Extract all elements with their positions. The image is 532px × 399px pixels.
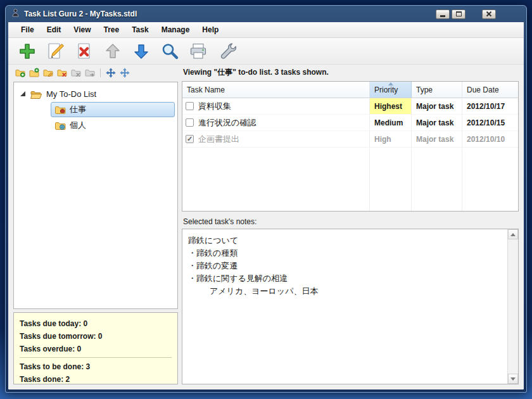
task-name: 企画書提出 [198,134,239,145]
stat-done: Tasks done: 2 [20,373,172,386]
stats-separator [20,357,172,358]
task-type: Major task [416,118,453,127]
tree-item-personal[interactable]: 個人 [51,118,175,133]
stat-due-tomorrow: Tasks due tomorrow: 0 [20,330,172,343]
add-sublist-icon [29,68,39,78]
scroll-up-button[interactable] [508,229,518,239]
menu-help[interactable]: Help [196,23,225,37]
column-header-task-name[interactable]: Task Name [182,82,370,98]
delete-list-button[interactable] [56,67,68,79]
maximize-button[interactable] [452,10,466,19]
arrange-lists-button[interactable] [119,67,130,79]
left-panel: My To-Do List 仕事 [13,65,178,384]
personal-folder-icon [54,120,66,130]
column-header-type[interactable]: Type [412,82,462,98]
move-task-down-button[interactable] [130,40,153,63]
task-type-cell[interactable]: Major task [412,131,462,148]
task-priority-cell[interactable]: Highest [370,98,412,115]
move-list-button[interactable] [105,67,117,79]
task-type: Major task [416,102,453,111]
menu-view[interactable]: View [67,23,97,37]
view-status-text: Viewing "仕事" to-do list. 3 tasks shown. [182,65,519,81]
edit-task-button[interactable] [44,40,67,63]
task-due-cell[interactable]: 2012/10/10 [462,131,518,148]
menu-file[interactable]: File [15,23,41,37]
task-row[interactable]: 企画書提出 [182,131,370,148]
menu-task[interactable]: Task [125,23,155,37]
printer-icon [189,42,208,61]
stat-to-be-done: Tasks to be done: 3 [20,360,172,373]
column-header-due-date[interactable]: Due Date [462,82,518,98]
add-list-button[interactable] [15,67,26,79]
note-line: ・蹄鉄の変遷 [188,260,502,272]
task-checkbox[interactable] [186,102,194,110]
column-header-label: Type [416,86,433,94]
move-task-up-button[interactable] [101,40,124,63]
close-button[interactable] [482,10,496,19]
edit-list-icon [43,68,53,78]
scroll-down-button[interactable] [508,374,518,384]
move-down-icon [132,42,151,61]
stat-overdue: Tasks overdue: 0 [20,343,172,355]
cut-list-button[interactable] [70,67,82,79]
add-task-button[interactable] [16,40,39,63]
task-checkbox[interactable] [186,118,194,127]
delete-task-button[interactable] [73,40,96,63]
work-folder-icon [54,104,66,115]
tree-root-mytodolist[interactable]: My To-Do List [14,86,177,101]
close-icon [486,11,492,17]
task-row[interactable]: 進行状況の確認 [182,115,370,131]
move-list-icon [106,68,116,78]
app-icon [11,8,20,20]
right-panel: Viewing "仕事" to-do list. 3 tasks shown. … [182,65,519,384]
options-button[interactable] [215,40,238,63]
task-priority: High [374,135,391,144]
print-button[interactable] [187,40,210,63]
note-line: ・蹄鉄の種類 [188,247,502,260]
main-toolbar [8,38,524,65]
edit-task-icon [46,42,65,61]
toolbar-divider [100,68,101,77]
task-checkbox[interactable] [186,135,194,143]
column-header-label: Priority [374,86,398,94]
notes-label: Selected task's notes: [183,217,519,226]
tree-expander-icon[interactable] [20,91,25,96]
scroll-up-icon [510,233,516,236]
task-type-cell[interactable]: Major task [412,115,462,131]
add-sublist-button[interactable] [28,67,40,79]
title-bar[interactable]: Task List Guru 2 - MyTasks.stdl [8,6,524,22]
task-row[interactable]: 資料収集 [182,98,370,115]
task-priority-cell[interactable]: High [370,131,412,148]
task-table: Task Name Priority Type Due Date [182,81,519,212]
edit-list-button[interactable] [42,67,54,79]
window-controls [434,10,496,19]
minimize-button[interactable] [436,10,450,19]
task-due-cell[interactable]: 2012/10/15 [462,115,518,131]
task-notes-area[interactable]: 蹄鉄について ・蹄鉄の種類 ・蹄鉄の変遷 ・蹄鉄に関する見解の相違 アメリカ、ヨ… [182,229,519,384]
delete-list-icon [57,68,67,78]
column-header-priority[interactable]: Priority [370,82,412,98]
window-title: Task List Guru 2 - MyTasks.stdl [24,10,137,18]
tree-root-label: My To-Do List [46,89,96,99]
note-line: アメリカ、ヨーロッパ、日本 [188,285,502,298]
arrange-lists-icon [120,68,130,78]
task-name: 資料収集 [198,101,231,112]
cut-list-icon [71,68,81,78]
table-empty-area [462,148,518,211]
find-tasks-button[interactable] [158,40,181,63]
list-toolbar [13,65,178,81]
task-due-date: 2012/10/10 [467,135,505,144]
menu-tree[interactable]: Tree [97,23,125,37]
task-due-cell[interactable]: 2012/10/17 [462,98,518,115]
menu-edit[interactable]: Edit [41,23,68,37]
task-priority-cell[interactable]: Medium [370,115,412,131]
notes-scrollbar[interactable] [507,229,518,384]
column-header-label: Due Date [467,86,499,94]
task-type-cell[interactable]: Major task [412,98,462,115]
list-tree-panel: My To-Do List 仕事 [13,82,178,309]
move-up-icon [103,42,122,61]
tree-item-work[interactable]: 仕事 [51,102,175,117]
menu-manage[interactable]: Manage [155,23,196,37]
table-empty-area [182,148,370,211]
paste-list-button[interactable] [84,67,96,79]
